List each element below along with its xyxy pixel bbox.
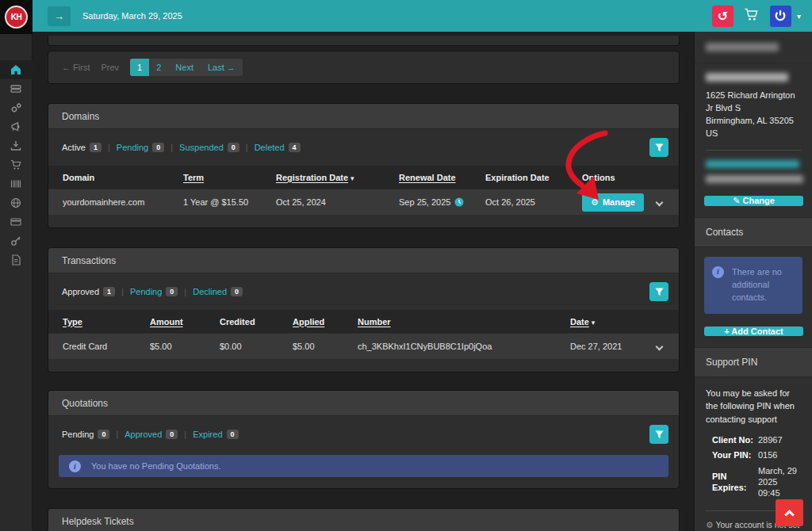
domains-filters: Active 1 | Pending 0 | Suspended 0 | Del… — [48, 129, 679, 166]
pagination-page-2[interactable]: 2 — [149, 59, 168, 76]
pin-expires-label: PIN Expires: — [712, 471, 758, 494]
add-contact-label: Add Contact — [731, 327, 783, 336]
transactions-filter-pending[interactable]: Pending 0 — [130, 287, 178, 296]
col-registration-date[interactable]: Registration Date▾ — [276, 173, 399, 182]
document-icon — [10, 254, 21, 266]
sidebar-item-downloads[interactable] — [0, 136, 33, 155]
filter-label: Suspended — [179, 143, 224, 152]
sidebar-item-services[interactable] — [0, 79, 33, 98]
filter-label: Declined — [193, 287, 227, 296]
domain-registration-date: Oct 25, 2024 — [276, 197, 399, 207]
row-expand-chevron[interactable] — [656, 198, 664, 206]
your-pin-label: Your PIN: — [712, 449, 758, 460]
sidebar-item-domains[interactable] — [0, 193, 33, 212]
manage-button-label: Manage — [603, 197, 635, 207]
domains-panel: Domains Active 1 | Pending 0 | Suspended… — [48, 103, 680, 228]
quotations-panel-title: Quotations — [48, 391, 679, 416]
transactions-filter-approved[interactable]: Approved 1 — [62, 287, 115, 296]
col-number[interactable]: Number — [358, 317, 570, 327]
account-menu-caret[interactable]: ▾ — [797, 12, 801, 21]
undo-button[interactable]: ↺ — [712, 6, 733, 27]
scroll-to-top-button[interactable] — [776, 499, 803, 526]
quotations-filter-approved[interactable]: Approved 0 — [124, 430, 178, 439]
row-expand-chevron[interactable] — [656, 342, 664, 350]
pagination-last[interactable]: Last → — [201, 59, 243, 76]
domains-filter-pending[interactable]: Pending 0 — [117, 143, 164, 152]
sidebar-item-store[interactable] — [0, 155, 33, 174]
quotations-filter-pending[interactable]: Pending 0 — [62, 430, 109, 439]
filter-label: Deleted — [255, 143, 285, 152]
pagination-panel: ← First Prev 1 2 Next Last → — [48, 51, 680, 84]
quotations-filter-expired[interactable]: Expired 0 — [193, 430, 238, 439]
pagination-first[interactable]: ← First — [62, 63, 90, 72]
home-icon — [10, 64, 21, 75]
clock-icon[interactable] — [454, 197, 464, 207]
app-logo[interactable]: KH — [0, 0, 33, 34]
support-pin-section-title: Support PIN — [695, 347, 812, 377]
client-info-section: 1625 Richard Arrington Jr Blvd S Birming… — [695, 63, 812, 194]
domains-filter-button[interactable] — [649, 138, 668, 157]
manage-button[interactable]: ⚙ Manage — [582, 193, 644, 212]
funnel-icon — [655, 143, 664, 152]
sidebar-item-tools[interactable] — [0, 231, 33, 250]
filter-count-badge: 1 — [90, 143, 102, 152]
transactions-table-header: Type Amount Credited Applied Number Date… — [48, 310, 679, 333]
domain-renewal-date-cell: Sep 25, 2025 — [399, 197, 485, 207]
domain-expiration-date: Oct 26, 2025 — [485, 197, 582, 207]
sidebar-item-invoices[interactable] — [0, 174, 33, 193]
domain-renewal-date: Sep 25, 2025 — [399, 197, 450, 207]
col-type[interactable]: Type — [63, 317, 150, 327]
info-icon: i — [69, 460, 81, 472]
redacted-client-email[interactable] — [706, 160, 799, 168]
col-term[interactable]: Term — [183, 173, 276, 182]
contacts-section-title: Contacts — [695, 217, 812, 247]
sidebar-item-home[interactable] — [0, 60, 33, 79]
cutoff-panel-bottom — [48, 36, 680, 46]
arrow-right-icon: → — [54, 10, 64, 22]
sidebar-item-settings[interactable] — [0, 98, 33, 117]
main-content: ← First Prev 1 2 Next Last → Domains Act… — [33, 32, 694, 531]
change-client-button[interactable]: ✎ Change — [704, 196, 803, 206]
col-amount[interactable]: Amount — [150, 317, 220, 327]
sidebar-item-reports[interactable] — [0, 250, 33, 269]
cart-button[interactable] — [744, 8, 760, 25]
col-date[interactable]: Date▾ — [570, 317, 650, 327]
pagination-page-1[interactable]: 1 — [130, 59, 149, 76]
transaction-credited: $0.00 — [220, 342, 293, 351]
domains-filter-active[interactable]: Active 1 — [62, 143, 102, 152]
col-applied[interactable]: Applied — [293, 317, 358, 327]
your-pin-value: 0156 — [758, 449, 801, 460]
domain-name[interactable]: yourdomainhere.com — [63, 197, 183, 207]
funnel-icon — [655, 288, 664, 296]
chevron-up-icon — [784, 510, 795, 520]
gears-icon — [10, 102, 22, 113]
sort-caret-icon: ▾ — [350, 174, 354, 182]
redacted-client-name — [706, 73, 788, 82]
transaction-applied: $5.00 — [293, 342, 358, 351]
redacted-client-number — [706, 43, 779, 52]
wrench-icon — [10, 235, 21, 246]
logout-button[interactable] — [770, 6, 791, 27]
domain-table-row: yourdomainhere.com 1 Year @ $15.50 Oct 2… — [48, 189, 679, 215]
info-icon: i — [712, 266, 724, 278]
pin-expires-time: 09:45 — [758, 488, 780, 498]
transactions-filter-button[interactable] — [649, 282, 668, 301]
sidebar-item-billing[interactable] — [0, 212, 33, 231]
transactions-filter-declined[interactable]: Declined 0 — [193, 287, 243, 296]
add-contact-button[interactable]: + Add Contact — [704, 327, 803, 336]
top-bar: → Saturday, March 29, 2025 ↺ ▾ — [0, 0, 812, 32]
client-address-line1: 1625 Richard Arrington Jr Blvd S — [706, 90, 801, 115]
gear-icon: ⚙ — [591, 197, 599, 208]
globe-icon — [10, 197, 21, 208]
download-icon — [10, 140, 21, 151]
quotations-filter-button[interactable] — [649, 425, 668, 444]
client-address-line2: Birmingham, AL 35205 US — [706, 115, 801, 140]
pagination-prev[interactable]: Prev — [101, 63, 119, 72]
sidebar-item-announcements[interactable] — [0, 117, 33, 136]
col-renewal-date[interactable]: Renewal Date — [399, 173, 485, 182]
sidebar-toggle-button[interactable]: → — [48, 6, 71, 26]
domains-filter-suspended[interactable]: Suspended 0 — [179, 143, 239, 152]
filter-count-badge: 0 — [166, 430, 178, 439]
domains-filter-deleted[interactable]: Deleted 4 — [255, 143, 301, 152]
pagination-next[interactable]: Next — [168, 59, 201, 76]
